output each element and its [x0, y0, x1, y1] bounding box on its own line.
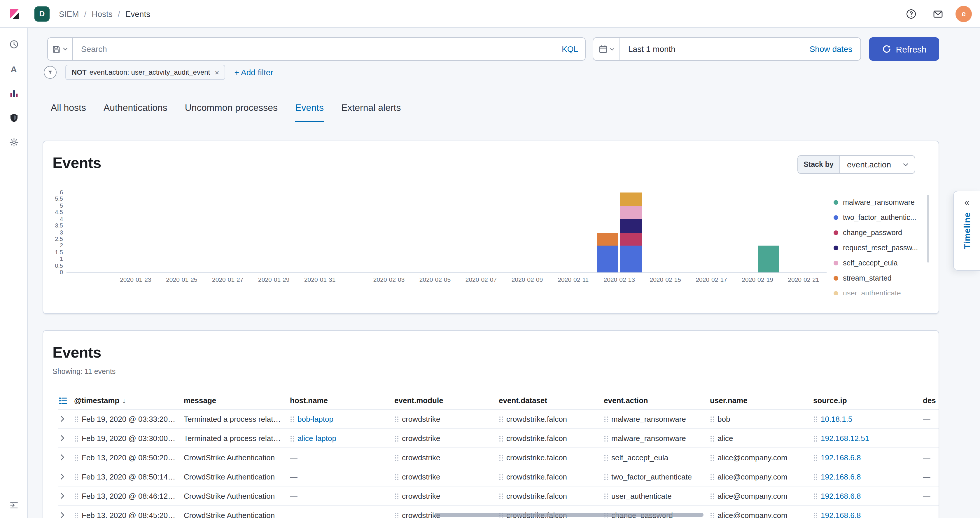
- drag-handle-icon[interactable]: [74, 512, 78, 518]
- drag-handle-icon[interactable]: [710, 473, 714, 480]
- expand-row-button[interactable]: [58, 453, 67, 461]
- drag-handle-icon[interactable]: [604, 493, 608, 499]
- drag-handle-icon[interactable]: [499, 493, 503, 499]
- drag-handle-icon[interactable]: [813, 512, 817, 518]
- tab-events[interactable]: Events: [295, 103, 324, 122]
- legend-item[interactable]: request_reset_passw...: [834, 240, 929, 256]
- drag-handle-icon[interactable]: [710, 415, 714, 422]
- column-header-event-module[interactable]: event.module: [395, 396, 499, 405]
- filter-options-button[interactable]: [44, 66, 57, 79]
- column-header-host-name[interactable]: host.name: [290, 396, 395, 405]
- cell-value[interactable]: 192.168.12.51: [821, 434, 869, 442]
- drag-handle-icon[interactable]: [74, 435, 78, 442]
- close-icon[interactable]: ×: [215, 68, 219, 76]
- cell-value[interactable]: 10.18.1.5: [821, 415, 852, 423]
- app-letter-a-button[interactable]: A: [6, 61, 22, 77]
- add-filter-button[interactable]: + Add filter: [234, 68, 273, 77]
- date-quick-select-button[interactable]: [593, 38, 620, 60]
- expand-row-button[interactable]: [58, 415, 67, 423]
- chart-bar[interactable]: [758, 246, 780, 272]
- column-header-source-ip[interactable]: source.ip: [813, 396, 923, 405]
- chart-bar-segment-request_reset_password[interactable]: [620, 219, 641, 232]
- drag-handle-icon[interactable]: [74, 415, 78, 422]
- tab-authentications[interactable]: Authentications: [103, 103, 167, 122]
- column-header-message[interactable]: message: [184, 396, 290, 405]
- cell-value[interactable]: alice-laptop: [298, 434, 336, 442]
- expand-row-button[interactable]: [58, 511, 67, 518]
- drag-handle-icon[interactable]: [710, 454, 714, 461]
- drag-handle-icon[interactable]: [395, 473, 398, 480]
- show-dates-button[interactable]: Show dates: [810, 44, 852, 54]
- double-chevron-left-icon[interactable]: «: [961, 197, 973, 208]
- horizontal-scrollbar-thumb[interactable]: [434, 513, 703, 517]
- expand-row-button[interactable]: [58, 472, 67, 481]
- cell-value[interactable]: 192.168.6.8: [821, 453, 861, 462]
- help-button[interactable]: [902, 5, 921, 23]
- refresh-button[interactable]: Refresh: [869, 37, 939, 61]
- drag-handle-icon[interactable]: [813, 473, 817, 480]
- kibana-logo[interactable]: [0, 7, 29, 20]
- siem-app-button[interactable]: [6, 110, 22, 126]
- legend-item[interactable]: stream_started: [834, 271, 929, 286]
- column-header-event-dataset[interactable]: event.dataset: [499, 396, 604, 405]
- chart-bar-segment-two_factor_authenticate[interactable]: [597, 246, 618, 272]
- legend-item[interactable]: change_password: [834, 225, 929, 240]
- drag-handle-icon[interactable]: [604, 454, 608, 461]
- chart-bar-segment-user_authenticate[interactable]: [620, 192, 641, 206]
- chart-bar-segment-two_factor_authenticate[interactable]: [620, 246, 641, 272]
- fields-browser-button[interactable]: [58, 396, 68, 405]
- visualize-app-button[interactable]: [6, 85, 22, 102]
- chart-bar[interactable]: [620, 192, 641, 272]
- drag-handle-icon[interactable]: [710, 435, 714, 442]
- tab-uncommon-processes[interactable]: Uncommon processes: [185, 103, 278, 122]
- dock-navigation-button[interactable]: [6, 497, 22, 513]
- management-button[interactable]: [6, 134, 22, 151]
- chart-bar-segment-stream_started[interactable]: [597, 232, 618, 246]
- newsfeed-button[interactable]: [929, 5, 947, 23]
- chart-bar-segment-change_password[interactable]: [620, 232, 641, 246]
- time-range-value[interactable]: Last 1 month: [628, 44, 676, 54]
- legend-item[interactable]: two_factor_authentic...: [834, 210, 929, 225]
- drag-handle-icon[interactable]: [499, 454, 503, 461]
- drag-handle-icon[interactable]: [710, 512, 714, 518]
- drag-handle-icon[interactable]: [395, 512, 398, 518]
- drag-handle-icon[interactable]: [499, 473, 503, 480]
- drag-handle-icon[interactable]: [395, 435, 398, 442]
- expand-row-button[interactable]: [58, 434, 67, 442]
- drag-handle-icon[interactable]: [710, 493, 714, 499]
- drag-handle-icon[interactable]: [604, 473, 608, 480]
- drag-handle-icon[interactable]: [813, 435, 817, 442]
- legend-scrollbar[interactable]: [927, 195, 929, 262]
- space-badge[interactable]: D: [34, 6, 49, 21]
- column-header-event-action[interactable]: event.action: [604, 396, 710, 405]
- tab-all-hosts[interactable]: All hosts: [51, 103, 86, 122]
- drag-handle-icon[interactable]: [813, 454, 817, 461]
- chart-bar-segment-malware_ransomware[interactable]: [758, 246, 780, 272]
- cell-value[interactable]: 192.168.6.8: [821, 472, 861, 481]
- breadcrumb-siem[interactable]: SIEM: [59, 9, 79, 18]
- stack-by-select[interactable]: event.action: [840, 160, 915, 169]
- tab-external-alerts[interactable]: External alerts: [341, 103, 401, 122]
- drag-handle-icon[interactable]: [74, 473, 78, 480]
- cell-value[interactable]: 192.168.6.8: [821, 511, 861, 518]
- drag-handle-icon[interactable]: [74, 454, 78, 461]
- drag-handle-icon[interactable]: [74, 493, 78, 499]
- search-input[interactable]: [80, 44, 556, 54]
- drag-handle-icon[interactable]: [395, 454, 398, 461]
- legend-item[interactable]: self_accept_eula: [834, 256, 929, 271]
- drag-handle-icon[interactable]: [813, 493, 817, 499]
- cell-value[interactable]: bob-laptop: [298, 415, 333, 423]
- drag-handle-icon[interactable]: [604, 415, 608, 422]
- timeline-label[interactable]: Timeline: [962, 212, 972, 249]
- user-avatar[interactable]: e: [956, 6, 972, 22]
- chart-bar-segment-self_accept_eula[interactable]: [620, 206, 641, 219]
- legend-item[interactable]: malware_ransomware: [834, 195, 929, 210]
- drag-handle-icon[interactable]: [290, 435, 294, 442]
- saved-query-menu-button[interactable]: [47, 37, 73, 61]
- expand-row-button[interactable]: [58, 492, 67, 500]
- drag-handle-icon[interactable]: [813, 415, 817, 422]
- column-header-user-name[interactable]: user.name: [710, 396, 813, 405]
- chart-bar[interactable]: [597, 232, 618, 272]
- cell-value[interactable]: 192.168.6.8: [821, 491, 861, 500]
- timeline-flyout-tab[interactable]: « Timeline: [953, 191, 980, 271]
